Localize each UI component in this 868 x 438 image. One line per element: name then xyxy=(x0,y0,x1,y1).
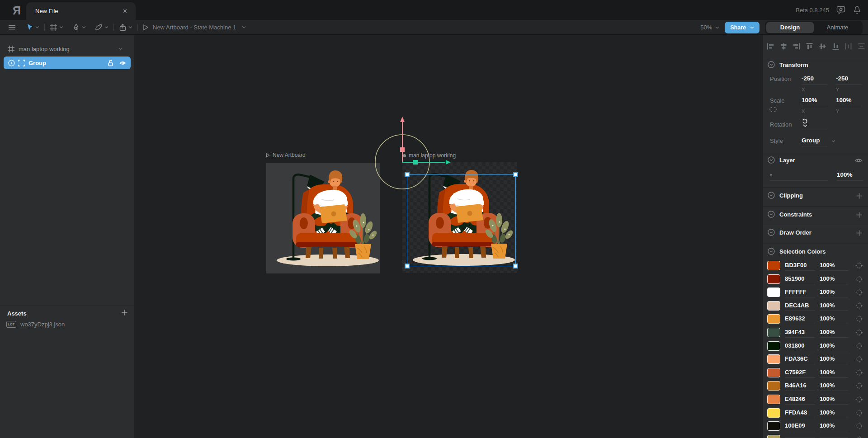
chevron-down-icon[interactable] xyxy=(128,26,132,28)
expand-chevron-icon[interactable] xyxy=(8,60,15,66)
chevron-down-icon[interactable] xyxy=(118,47,123,50)
rotation-stepper-chevron-icon[interactable] xyxy=(802,124,808,127)
knife-tool-button[interactable] xyxy=(95,20,108,34)
target-color-icon[interactable] xyxy=(855,262,863,269)
target-color-icon[interactable] xyxy=(855,302,863,310)
color-swatch[interactable] xyxy=(767,287,780,297)
add-clipping-button[interactable] xyxy=(856,193,863,199)
color-hex-value[interactable]: C7592F xyxy=(785,369,815,378)
resize-handle-top-right[interactable] xyxy=(513,172,518,177)
section-chevron-icon[interactable] xyxy=(768,229,775,236)
color-opacity-value[interactable]: 100% xyxy=(820,342,848,351)
color-swatch[interactable] xyxy=(767,261,780,270)
color-hex-value[interactable]: 100E09 xyxy=(785,422,815,431)
chevron-down-icon[interactable] xyxy=(104,26,108,28)
target-color-icon[interactable] xyxy=(855,396,863,403)
distribute-vertical-icon[interactable] xyxy=(858,42,865,50)
target-color-icon[interactable] xyxy=(855,382,863,390)
selection-colors-section-header[interactable]: Selection Colors xyxy=(768,248,826,255)
color-hex-value[interactable]: E89632 xyxy=(785,315,815,324)
chevron-down-icon[interactable] xyxy=(831,140,835,142)
target-color-icon[interactable] xyxy=(855,436,863,438)
artboard-new-artboard[interactable] xyxy=(266,163,380,273)
chevron-down-icon[interactable] xyxy=(35,26,39,28)
layer-visibility-eye-icon[interactable] xyxy=(854,157,863,164)
chevron-down-icon[interactable] xyxy=(82,26,86,28)
color-opacity-value[interactable]: 100% xyxy=(820,355,848,364)
selection-bounds[interactable] xyxy=(407,174,516,266)
align-left-icon[interactable] xyxy=(767,42,774,50)
resize-handle-bottom-right[interactable] xyxy=(513,264,518,268)
share-button[interactable]: Share xyxy=(725,22,760,33)
artboard-tool-button[interactable] xyxy=(50,20,63,34)
target-color-icon[interactable] xyxy=(855,369,863,377)
select-tool-button[interactable] xyxy=(27,20,39,34)
color-swatch[interactable] xyxy=(767,314,780,324)
section-chevron-icon[interactable] xyxy=(768,248,775,255)
add-constraint-button[interactable] xyxy=(856,212,863,218)
color-opacity-value[interactable]: 100% xyxy=(820,302,848,311)
pen-tool-button[interactable] xyxy=(72,20,86,34)
resize-handle-bottom-left[interactable] xyxy=(405,264,410,268)
asset-item[interactable]: LOT wo37yDzpj3.json xyxy=(6,321,65,328)
chevron-down-icon[interactable] xyxy=(59,26,63,28)
color-hex-value[interactable]: BD3F00 xyxy=(785,262,815,271)
position-x-value[interactable]: -250 xyxy=(802,75,814,82)
align-top-icon[interactable] xyxy=(806,42,813,50)
color-hex-value[interactable] xyxy=(785,436,815,438)
section-chevron-icon[interactable] xyxy=(768,192,775,199)
align-right-icon[interactable] xyxy=(793,42,800,50)
color-swatch[interactable] xyxy=(767,381,780,391)
tab-close-icon[interactable]: ✕ xyxy=(123,8,127,14)
scale-x-value[interactable]: 100% xyxy=(802,97,817,104)
color-swatch[interactable] xyxy=(767,354,780,364)
y-axis-handle[interactable] xyxy=(400,147,405,152)
target-color-icon[interactable] xyxy=(855,329,863,336)
color-hex-value[interactable]: 851900 xyxy=(785,275,815,284)
main-menu-button[interactable] xyxy=(8,20,16,34)
color-opacity-value[interactable]: 100% xyxy=(820,369,848,378)
constraints-section-header[interactable]: Constraints xyxy=(768,211,812,218)
color-opacity-value[interactable]: 100% xyxy=(820,288,848,297)
section-chevron-icon[interactable] xyxy=(768,211,775,218)
color-hex-value[interactable]: B46A16 xyxy=(785,382,815,391)
hierarchy-row-group[interactable]: Group xyxy=(4,57,131,69)
target-color-icon[interactable] xyxy=(855,315,863,323)
blend-mode-value[interactable]: - xyxy=(770,171,772,178)
layer-section-header[interactable]: Layer xyxy=(768,156,795,164)
color-opacity-value[interactable]: 100% xyxy=(820,409,848,418)
color-swatch[interactable] xyxy=(767,368,780,377)
color-swatch[interactable] xyxy=(767,408,780,418)
color-hex-value[interactable]: E48246 xyxy=(785,396,815,405)
state-machine-selector[interactable]: New Artboard - State Machine 1 xyxy=(143,24,246,31)
color-opacity-value[interactable]: 100% xyxy=(820,422,848,431)
color-opacity-value[interactable]: 100% xyxy=(820,275,848,284)
resize-handle-top-left[interactable] xyxy=(405,172,410,177)
color-swatch[interactable] xyxy=(767,341,780,351)
scale-link-icon[interactable] xyxy=(769,106,777,113)
color-swatch[interactable] xyxy=(767,421,780,431)
color-hex-value[interactable]: FFFFFF xyxy=(785,288,815,297)
color-hex-value[interactable]: FDA36C xyxy=(785,355,815,364)
color-opacity-value[interactable]: 100% xyxy=(820,315,848,324)
file-tab[interactable]: New File ✕ xyxy=(26,2,136,20)
add-draw-order-button[interactable] xyxy=(856,230,863,236)
color-hex-value[interactable]: FFDA48 xyxy=(785,409,815,418)
unlock-icon[interactable] xyxy=(107,60,114,66)
color-hex-value[interactable]: 394F43 xyxy=(785,329,815,338)
draw-order-section-header[interactable]: Draw Order xyxy=(768,229,811,236)
color-opacity-value[interactable]: 100% xyxy=(820,382,848,391)
color-opacity-value[interactable]: 100% xyxy=(820,329,848,338)
color-opacity-value[interactable] xyxy=(820,436,848,438)
target-color-icon[interactable] xyxy=(855,409,863,417)
scale-y-value[interactable]: 100% xyxy=(836,97,852,104)
target-color-icon[interactable] xyxy=(855,342,863,350)
color-swatch[interactable] xyxy=(767,274,780,284)
export-tool-button[interactable] xyxy=(119,20,132,34)
rive-logo-icon[interactable]: R xyxy=(10,4,24,17)
tab-animate[interactable]: Animate xyxy=(814,22,861,33)
target-color-icon[interactable] xyxy=(855,275,863,283)
align-bottom-icon[interactable] xyxy=(832,42,840,50)
tab-design[interactable]: Design xyxy=(766,22,814,33)
target-color-icon[interactable] xyxy=(855,355,863,363)
